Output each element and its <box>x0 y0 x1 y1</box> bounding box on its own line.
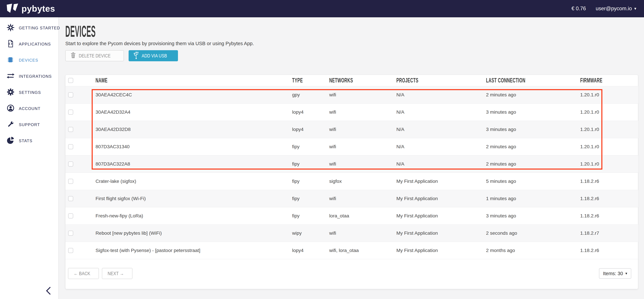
user-menu[interactable]: user@pycom.io ▾ <box>596 6 636 12</box>
table-row[interactable]: Fresh-new-fipy (LoRa) fipy lora_otaa My … <box>66 207 638 224</box>
row-checkbox[interactable] <box>68 127 73 132</box>
cell-networks: wifi <box>327 121 394 138</box>
sidebar-item-support[interactable]: SUPPORT <box>0 117 58 133</box>
items-per-page-dropdown[interactable]: Items: 30 ▾ <box>599 268 631 279</box>
sidebar-item-label: DEVICES <box>19 58 38 62</box>
table-row[interactable]: Sigfox-test (with Pysense) - [pastoor pe… <box>66 242 638 259</box>
row-checkbox[interactable] <box>68 231 73 236</box>
select-all-checkbox[interactable] <box>68 78 73 83</box>
row-checkbox[interactable] <box>68 92 73 97</box>
cell-last-connection: 1 minutes ago <box>484 190 578 207</box>
back-button-label: ← BACK <box>74 271 90 276</box>
table-row[interactable]: 30AEA42D32D8 lopy4 wifi N/A 3 minutes ag… <box>66 121 638 138</box>
cell-projects: N/A <box>394 104 484 121</box>
row-checkbox[interactable] <box>68 214 73 218</box>
cell-name: 30AEA42D32A4 <box>94 104 290 121</box>
pybytes-logo: pybytes <box>7 3 55 14</box>
pie-chart-icon <box>7 136 14 145</box>
cell-name: 807D3AC31340 <box>94 138 290 155</box>
row-checkbox[interactable] <box>68 248 73 253</box>
user-email: user@pycom.io <box>596 6 632 12</box>
cell-networks: sigfox <box>327 172 394 190</box>
cell-last-connection: 3 minutes ago <box>484 104 578 121</box>
column-header-networks: NETWORKS <box>327 75 394 86</box>
caret-down-icon: ▾ <box>634 6 636 11</box>
sidebar-collapse-button[interactable] <box>46 287 51 295</box>
cell-last-connection: 2 minutes ago <box>484 86 578 104</box>
row-checkbox[interactable] <box>68 144 73 149</box>
add-via-usb-label: ADD VIA USB <box>142 53 167 58</box>
cell-last-connection: 3 minutes ago <box>484 121 578 138</box>
sidebar-item-label: APPLICATIONS <box>19 42 51 46</box>
table-row[interactable]: Reboot [new pybytes lib] (WiFi) wipy wif… <box>66 224 638 242</box>
delete-device-button[interactable]: DELETE DEVICE <box>65 50 124 61</box>
devices-table-card: NAME TYPE NETWORKS PROJECTS LAST CONNECT… <box>65 75 638 289</box>
account-balance: € 0.76 <box>572 6 586 12</box>
next-button-label: NEXT → <box>108 271 124 276</box>
trash-icon <box>71 52 76 59</box>
table-row[interactable]: 30AEA42D32A4 lopy4 wifi N/A 3 minutes ag… <box>66 104 638 121</box>
sidebar-item-account[interactable]: ACCOUNT <box>0 100 58 117</box>
sidebar-item-applications[interactable]: APPLICATIONS <box>0 36 58 52</box>
cell-firmware: 1.20.1.r0 <box>578 86 638 104</box>
sidebar-item-integrations[interactable]: INTEGRATIONS <box>0 68 58 84</box>
sidebar-item-devices[interactable]: DEVICES <box>0 52 58 68</box>
cell-name: 30AEA42CEC4C <box>94 86 290 104</box>
cell-type: fipy <box>290 155 327 172</box>
wrench-icon <box>7 120 14 129</box>
code-file-icon <box>7 40 14 48</box>
cell-name: Sigfox-test (with Pysense) - [pastoor pe… <box>94 242 290 259</box>
table-row[interactable]: Crater-lake (sigfox) fipy sigfox My Firs… <box>66 172 638 190</box>
column-header-last-connection: LAST CONNECTION <box>484 75 578 86</box>
cell-projects: My First Application <box>394 190 484 207</box>
sidebar-item-settings[interactable]: SETTINGS <box>0 84 58 100</box>
row-checkbox[interactable] <box>68 179 73 184</box>
sidebar-item-stats[interactable]: STATS <box>0 133 58 149</box>
back-button[interactable]: ← BACK <box>68 268 99 279</box>
sidebar-nav: GETTING STARTED APPLICATIONS <box>0 17 58 149</box>
pagination: ← BACK NEXT → Items: 30 ▾ <box>68 268 631 279</box>
cell-last-connection: 2 seconds ago <box>484 224 578 242</box>
row-checkbox[interactable] <box>68 196 73 201</box>
devices-table: NAME TYPE NETWORKS PROJECTS LAST CONNECT… <box>66 75 638 259</box>
table-row[interactable]: 807D3AC31340 fipy wifi N/A 2 minutes ago… <box>66 138 638 155</box>
cell-networks: wifi <box>327 224 394 242</box>
row-checkbox[interactable] <box>68 110 73 115</box>
column-header-type: TYPE <box>290 75 327 86</box>
cell-name: Fresh-new-fipy (LoRa) <box>94 207 290 224</box>
column-header-name: NAME <box>94 75 290 86</box>
chip-icon <box>7 56 14 65</box>
column-header-projects: PROJECTS <box>394 75 484 86</box>
row-checkbox[interactable] <box>68 162 73 166</box>
sidebar-item-label: ACCOUNT <box>19 106 40 111</box>
cell-networks: lora_otaa <box>327 207 394 224</box>
add-via-usb-button[interactable]: ADD VIA USB <box>128 50 178 61</box>
cell-firmware: 1.18.2.r6 <box>578 207 638 224</box>
cell-name: 30AEA42D32D8 <box>94 121 290 138</box>
cell-firmware: 1.18.2.r7 <box>578 224 638 242</box>
sidebar-item-label: SETTINGS <box>19 90 41 95</box>
cell-last-connection: 2 minutes ago <box>484 138 578 155</box>
next-button[interactable]: NEXT → <box>102 268 132 279</box>
cell-type: lopy4 <box>290 121 327 138</box>
cell-type: fipy <box>290 138 327 155</box>
delete-device-label: DELETE DEVICE <box>79 53 110 58</box>
sidebar-item-label: INTEGRATIONS <box>19 74 52 79</box>
table-row[interactable]: 30AEA42CEC4C gpy wifi N/A 2 minutes ago … <box>66 86 638 104</box>
table-row[interactable]: 807D3AC322A8 fipy wifi N/A 2 minutes ago… <box>66 155 638 172</box>
user-icon <box>7 104 14 113</box>
chevron-left-icon <box>46 292 51 295</box>
sidebar-item-getting-started[interactable]: GETTING STARTED <box>0 20 58 36</box>
topbar: pybytes € 0.76 user@pycom.io ▾ <box>0 0 644 17</box>
cell-firmware: 1.20.1.r0 <box>578 138 638 155</box>
cell-type: gpy <box>290 86 327 104</box>
column-header-firmware: FIRMWARE <box>578 75 638 86</box>
table-row[interactable]: First flight sigfox (Wi-Fi) fipy wifi My… <box>66 190 638 207</box>
cell-networks: wifi <box>327 86 394 104</box>
cell-firmware: 1.20.1.r0 <box>578 104 638 121</box>
table-header-row: NAME TYPE NETWORKS PROJECTS LAST CONNECT… <box>66 75 638 86</box>
cell-last-connection: 2 minutes ago <box>484 155 578 172</box>
items-per-page-label: Items: 30 <box>603 271 623 276</box>
cell-type: lopy4 <box>290 242 327 259</box>
sidebar: GETTING STARTED APPLICATIONS <box>0 17 58 299</box>
